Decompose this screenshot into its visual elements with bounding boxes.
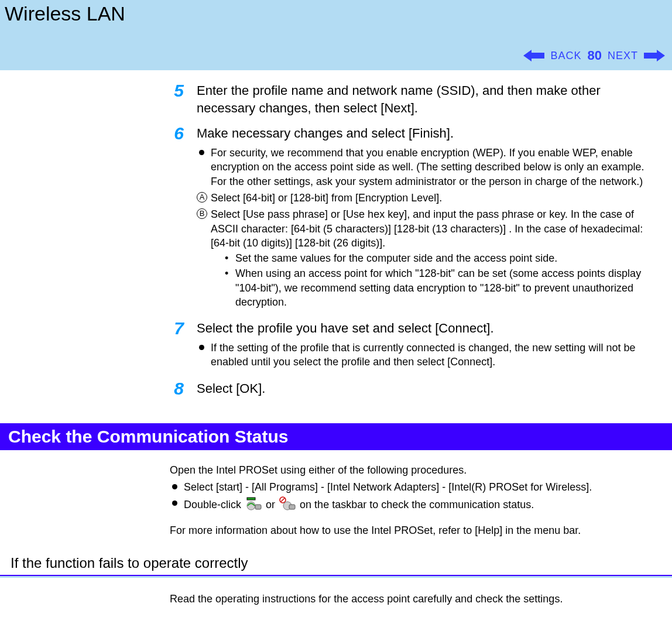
- bullet-b-pre: Double-click: [184, 499, 244, 510]
- header-band: Wireless LAN BACK 80 NEXT: [0, 0, 672, 70]
- circled-item-b: B Select [Use pass phrase] or [Use hex k…: [197, 207, 661, 309]
- arrow-next-icon[interactable]: [644, 49, 665, 63]
- circled-a-text: Select [64-bit] or [128-bit] from [Encry…: [211, 192, 442, 204]
- wireless-disconnected-icon: [279, 496, 296, 514]
- bullet-b-mid: or: [266, 499, 278, 510]
- step-text: Enter the profile name and network name …: [197, 82, 661, 116]
- step-text: Select the profile you have set and sele…: [197, 320, 661, 337]
- svg-rect-4: [255, 505, 261, 509]
- circled-b-text: Select [Use pass phrase] or [Use hex key…: [211, 208, 643, 249]
- circled-item-a: A Select [64-bit] or [128-bit] from [Enc…: [197, 191, 661, 205]
- step-8: 8 Select [OK].: [170, 380, 661, 397]
- circled-a-icon: A: [197, 192, 207, 203]
- section-banner: Check the Communication Status: [0, 423, 672, 450]
- bullet-b-post: on the taskbar to check the communicatio…: [300, 499, 534, 510]
- circled-b-icon: B: [197, 208, 207, 219]
- arrow-back-icon[interactable]: [523, 49, 544, 63]
- bullet-item: For security, we recommend that you enab…: [197, 146, 661, 188]
- bullet-item: Double-click or on the taskbar t: [170, 496, 661, 514]
- bullet-item: If the setting of the profile that is cu…: [197, 341, 661, 369]
- back-link[interactable]: BACK: [550, 50, 581, 62]
- svg-marker-1: [644, 50, 665, 61]
- section-body: Open the Intel PROSet using either of th…: [0, 463, 672, 539]
- svg-rect-8: [289, 505, 295, 509]
- main-content: 5 Enter the profile name and network nam…: [0, 70, 672, 417]
- step-number: 5: [170, 82, 184, 100]
- step-number: 6: [170, 125, 184, 142]
- bullet-item: Select [start] - [All Programs] - [Intel…: [170, 480, 661, 494]
- page-title: Wireless LAN: [0, 0, 672, 25]
- subsection-text: Read the operating instructions for the …: [170, 592, 661, 606]
- sub-bullet: Set the same values for the computer sid…: [225, 251, 661, 265]
- step-6: 6 Make necessary changes and select [Fin…: [170, 125, 661, 311]
- step-7: 7 Select the profile you have set and se…: [170, 320, 661, 371]
- step-text: Make necessary changes and select [Finis…: [197, 125, 661, 142]
- step-5: 5 Enter the profile name and network nam…: [170, 82, 661, 116]
- step-number: 8: [170, 380, 184, 397]
- nav-bar: BACK 80 NEXT: [523, 48, 665, 63]
- svg-rect-2: [247, 498, 255, 500]
- next-link[interactable]: NEXT: [608, 50, 638, 62]
- wireless-connected-icon: [245, 496, 262, 514]
- subsection-title: If the function fails to operate correct…: [0, 539, 672, 575]
- section-more-info: For more information about how to use th…: [170, 523, 661, 538]
- step-text: Select [OK].: [197, 380, 661, 397]
- section-intro: Open the Intel PROSet using either of th…: [170, 463, 661, 478]
- step-number: 7: [170, 320, 184, 337]
- sub-bullet: When using an access point for which "12…: [225, 266, 661, 309]
- divider: [0, 575, 672, 578]
- subsection-body: Read the operating instructions for the …: [0, 592, 672, 606]
- page-number: 80: [588, 48, 602, 63]
- svg-marker-0: [523, 50, 544, 61]
